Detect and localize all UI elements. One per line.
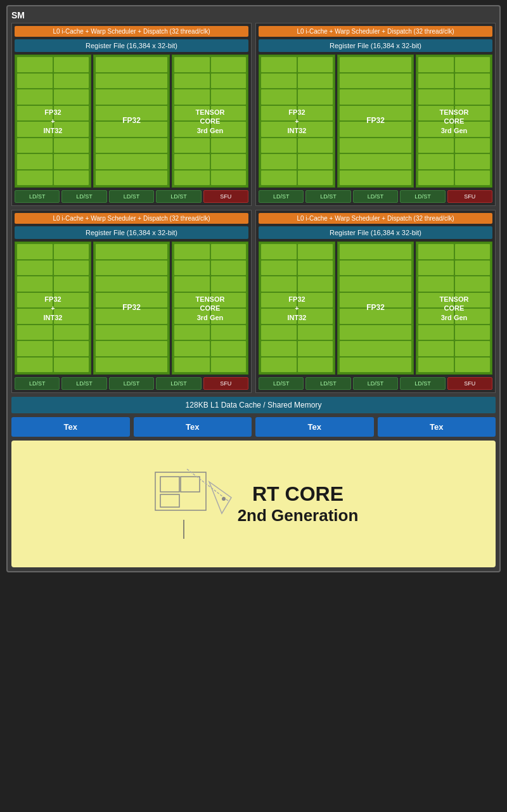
tensor-label-1: TENSORCORE3rd Gen [196,108,225,135]
ldst-2-2: LD/ST [305,190,350,203]
ldst-1-3: LD/ST [109,190,154,203]
sm-container: SM L0 i-Cache + Warp Scheduler + Dispatc… [6,5,501,572]
ldst-3-4: LD/ST [156,377,201,390]
compute-section-1: FP32+INT32 FP32 [15,55,248,188]
tex-row: Tex Tex Tex Tex [11,417,496,437]
tensor-block-3: TENSORCORE3rd Gen [172,242,248,375]
tensor-block-4: TENSORCORE3rd Gen [416,242,492,375]
ldst-3-1: LD/ST [15,377,60,390]
register-file-bar-2: Register File (16,384 x 32-bit) [259,39,492,52]
fp32-int32-label-4: FP32+INT32 [288,295,307,322]
fp32-label-3: FP32 [122,303,141,313]
sfu-2: SFU [447,190,492,203]
compute-section-4: FP32+INT32 FP32 [259,242,492,375]
rt-core-line2: 2nd Generation [238,506,359,525]
register-file-bar-1: Register File (16,384 x 32-bit) [15,39,248,52]
sub-unit-1: L0 i-Cache + Warp Scheduler + Dispatch (… [11,23,252,206]
rt-core-label: RT CORE 2nd Generation [238,482,359,525]
ldst-3-2: LD/ST [61,377,106,390]
ldst-1-4: LD/ST [156,190,201,203]
bottom-row-3: LD/ST LD/ST LD/ST LD/ST SFU [15,377,248,390]
l0-cache-bar-2: L0 i-Cache + Warp Scheduler + Dispatch (… [259,26,492,37]
rt-core-line1: RT CORE [238,482,359,506]
ldst-2-1: LD/ST [259,190,304,203]
tensor-block-2: TENSORCORE3rd Gen [416,55,492,188]
fp32-label-1: FP32 [122,116,141,126]
fp32-int32-block-2: FP32+INT32 [259,55,335,188]
l0-cache-bar-3: L0 i-Cache + Warp Scheduler + Dispatch (… [15,213,248,224]
svg-rect-3 [160,494,179,507]
bottom-row-4: LD/ST LD/ST LD/ST LD/ST SFU [259,377,492,390]
ldst-1-1: LD/ST [15,190,60,203]
fp32-int32-label-2: FP32+INT32 [288,108,307,135]
sfu-3: SFU [203,377,248,390]
register-file-bar-4: Register File (16,384 x 32-bit) [259,226,492,239]
l0-cache-bar-4: L0 i-Cache + Warp Scheduler + Dispatch (… [259,213,492,224]
fp32-label-2: FP32 [366,116,385,126]
ldst-2-3: LD/ST [353,190,398,203]
bottom-row-1: LD/ST LD/ST LD/ST LD/ST SFU [15,190,248,203]
sfu-4: SFU [447,377,492,390]
compute-section-2: FP32+INT32 FP32 [259,55,492,188]
tex-2: Tex [134,417,252,437]
sub-unit-2: L0 i-Cache + Warp Scheduler + Dispatch (… [255,23,496,206]
svg-marker-4 [209,482,231,513]
svg-rect-2 [181,477,200,492]
tex-4: Tex [378,417,496,437]
tensor-label-3: TENSORCORE3rd Gen [196,295,225,322]
fp32-block-3: FP32 [93,242,170,375]
register-file-bar-3: Register File (16,384 x 32-bit) [15,226,248,239]
sub-grid: L0 i-Cache + Warp Scheduler + Dispatch (… [11,23,496,393]
tensor-label-2: TENSORCORE3rd Gen [440,108,469,135]
fp32-block-4: FP32 [337,242,414,375]
fp32-int32-label-1: FP32+INT32 [44,108,63,135]
ldst-4-4: LD/ST [400,377,445,390]
fp32-int32-block-1: FP32+INT32 [15,55,91,188]
sfu-1: SFU [203,190,248,203]
sub-unit-3: L0 i-Cache + Warp Scheduler + Dispatch (… [11,210,252,393]
svg-rect-1 [160,477,179,492]
rt-core-diagram [149,463,238,545]
ldst-4-2: LD/ST [305,377,350,390]
fp32-block-1: FP32 [93,55,170,188]
fp32-block-2: FP32 [337,55,414,188]
fp32-int32-block-4: FP32+INT32 [259,242,335,375]
l0-cache-bar-1: L0 i-Cache + Warp Scheduler + Dispatch (… [15,26,248,37]
tensor-label-4: TENSORCORE3rd Gen [440,295,469,322]
cell [17,57,53,72]
tex-1: Tex [11,417,130,437]
sm-label: SM [11,10,496,20]
svg-line-5 [187,469,228,501]
ldst-2-4: LD/ST [400,190,445,203]
fp32-int32-label-3: FP32+INT32 [44,295,63,322]
svg-point-6 [222,497,226,501]
compute-section-3: FP32+INT32 FP32 [15,242,248,375]
tex-3: Tex [255,417,374,437]
ldst-4-1: LD/ST [259,377,304,390]
fp32-int32-block-3: FP32+INT32 [15,242,91,375]
ldst-4-3: LD/ST [353,377,398,390]
bottom-row-2: LD/ST LD/ST LD/ST LD/ST SFU [259,190,492,203]
l1-cache-bar: 128KB L1 Data Cache / Shared Memory [11,397,496,413]
fp32-label-4: FP32 [366,303,385,313]
ldst-3-3: LD/ST [109,377,154,390]
tensor-block-1: TENSORCORE3rd Gen [172,55,248,188]
sub-unit-4: L0 i-Cache + Warp Scheduler + Dispatch (… [255,210,496,393]
ldst-1-2: LD/ST [61,190,106,203]
rt-core-section: RT CORE 2nd Generation [11,441,496,567]
